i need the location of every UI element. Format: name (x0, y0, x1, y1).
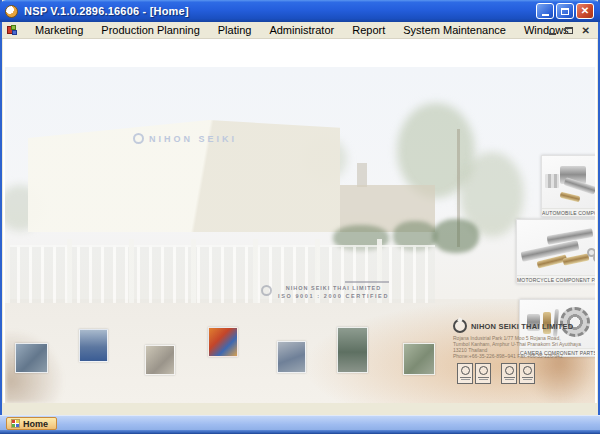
product-image (542, 156, 595, 208)
product-caption: MOTORCYCLE COMPONENT PARTS (517, 275, 595, 283)
menu-bar: Marketing Production Planning Plating Ad… (2, 22, 598, 39)
menu-marketing[interactable]: Marketing (26, 22, 92, 38)
window-controls: ✕ (536, 3, 594, 19)
certification-marks (457, 363, 595, 384)
building-sign-text: NIHON SEIKI (149, 134, 237, 144)
mdi-child-icon (7, 25, 18, 36)
title-bar[interactable]: NSP V.1.0.2896.16606 - [Home] ✕ (0, 0, 600, 22)
mdi-window-controls: ✕ (549, 25, 590, 36)
product-card-automobile: AUTOMOBILE COMPONENT PARTS (541, 155, 595, 217)
product-image (517, 220, 595, 275)
company-logo-icon (453, 319, 467, 333)
watermark-iso-line: ISO 9001 : 2000 CERTIFIED (278, 293, 389, 299)
metal-part (563, 253, 590, 265)
metal-part (560, 192, 581, 203)
menu-plating[interactable]: Plating (209, 22, 261, 38)
factory-thumbnail (79, 329, 108, 362)
watermark-thai-line (345, 281, 389, 283)
company-name: NIHON SEIKI THAI LIMITED (471, 322, 573, 331)
app-window: NSP V.1.0.2896.16606 - [Home] ✕ Marketin… (0, 0, 600, 434)
menu-system-maintenance[interactable]: System Maintenance (394, 22, 515, 38)
restore-icon (561, 8, 569, 15)
iso-cert-icon (475, 363, 491, 384)
app-icon (5, 5, 18, 18)
mdi-taskbar: Home (0, 415, 600, 430)
factory-thumbnail (15, 343, 48, 373)
menu-production-planning[interactable]: Production Planning (92, 22, 208, 38)
factory-thumbnail (208, 327, 238, 357)
company-info: NIHON SEIKI THAI LIMITED Rojana Industri… (453, 319, 595, 384)
window-title: NSP V.1.0.2896.16606 - [Home] (24, 5, 189, 17)
form-icon-blue (12, 30, 17, 35)
menu-administrator[interactable]: Administrator (260, 22, 343, 38)
home-taskbar-button[interactable]: Home (6, 417, 57, 430)
factory-thumbnail (337, 327, 368, 373)
close-button[interactable]: ✕ (576, 3, 594, 19)
cert-ring-icon (523, 366, 532, 375)
cert-ring-icon (479, 366, 488, 375)
company-phone: Phone:+66-35-226-898~941 Fax:+66-35-226-… (453, 353, 595, 359)
factory-thumbnail (403, 343, 435, 375)
company-logo-icon (133, 133, 144, 144)
mdi-restore-icon[interactable] (565, 27, 573, 34)
restore-button[interactable] (556, 3, 574, 19)
chimney (357, 163, 367, 187)
product-card-motorcycle: MOTORCYCLE COMPONENT PARTS (516, 219, 595, 284)
building-sign: NIHON SEIKI (133, 133, 237, 144)
close-icon: ✕ (581, 6, 589, 16)
watermark-company-name: NIHON SEIKI THAI LIMITED (278, 285, 389, 291)
menu-report[interactable]: Report (343, 22, 394, 38)
bush-image (433, 219, 479, 253)
factory-thumbnail (145, 345, 175, 375)
iso-cert-icon (457, 363, 473, 384)
menu-items: Marketing Production Planning Plating Ad… (26, 22, 578, 38)
metal-part (545, 174, 559, 188)
cert-ring-icon (461, 366, 470, 375)
mdi-close-icon[interactable]: ✕ (582, 26, 590, 36)
minimize-icon (542, 14, 549, 16)
product-caption: AUTOMOBILE COMPONENT PARTS (542, 208, 595, 216)
iso-cert-icon (519, 363, 535, 384)
company-watermark: NIHON SEIKI THAI LIMITED ISO 9001 : 2000… (245, 281, 405, 299)
home-window-icon (11, 419, 20, 428)
factory-photo: NIHON SEIKI NIHON SEIKI THAI LIMITED (5, 67, 595, 403)
home-form: NIHON SEIKI NIHON SEIKI THAI LIMITED (3, 39, 597, 403)
watermark-logo-icon (261, 285, 272, 296)
minimize-button[interactable] (536, 3, 554, 19)
home-button-label: Home (23, 419, 48, 429)
cert-ring-icon (505, 366, 514, 375)
iso-cert-icon (501, 363, 517, 384)
metal-ring (593, 254, 595, 262)
window-bottom-border (0, 430, 600, 434)
factory-thumbnail (277, 341, 306, 373)
mdi-minimize-icon[interactable] (549, 33, 556, 35)
